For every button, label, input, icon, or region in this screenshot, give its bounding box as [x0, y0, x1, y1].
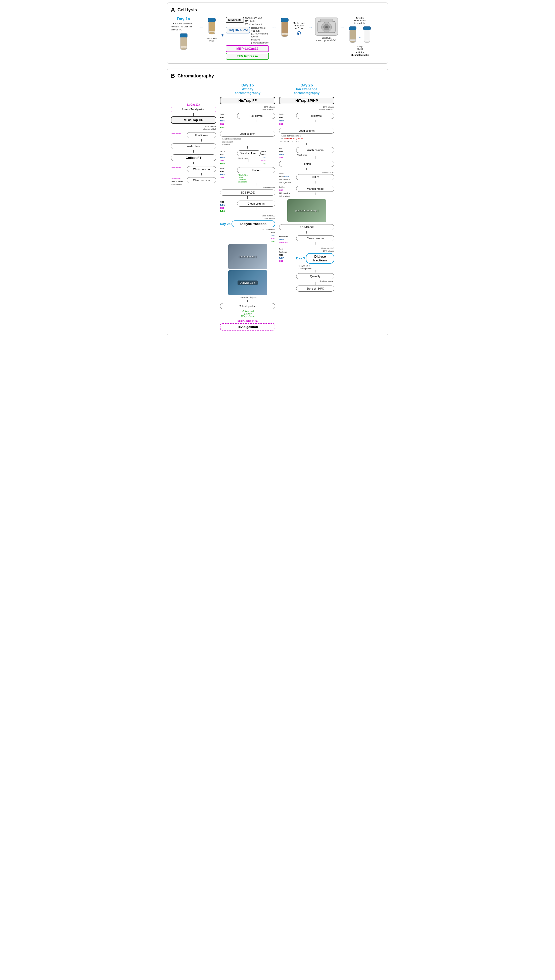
pool-fractions-label: Pool fractions: MB4 TaB5 CB5 TeB5 — [220, 228, 275, 243]
dialyse-pre-note: Ultra-pure H₂O20% ethanol — [220, 214, 275, 220]
day-2b-heading: Day 2b Ion Exchangechromatography — [279, 83, 334, 95]
day-3-label: Day 3 — [296, 257, 305, 260]
mbptrap-pre-note: 20% ethanolUltra-pure H₂O — [171, 125, 216, 130]
mix-text: Mix the tubemanuallyfor 3 min ↺ — [293, 22, 305, 37]
svg-rect-8 — [281, 18, 288, 22]
collect-fractions-1b: Collect factions — [220, 186, 275, 189]
day-1a-label: Day 1a — [177, 17, 190, 21]
elution-2b: Elution — [279, 161, 334, 167]
panel-b: B Chromatography LbCas12a Assess Tev dig… — [167, 69, 388, 335]
day1b-column: Day 1b Affinitychromatography HisTrap FF… — [220, 83, 275, 331]
tube-1 — [178, 32, 189, 53]
histrap-title: HisTrap FF — [220, 97, 275, 104]
equilibrate-1b: Equilibrate — [237, 113, 275, 119]
mbplbcas-label: MBP-LbCas12a — [220, 319, 275, 322]
dtube-label: D-Tube™ dialyzer — [220, 296, 275, 299]
svg-point-23 — [364, 41, 370, 43]
elute-tev-note: *Elute Tev:TeB4;250 mMimidazole — [237, 174, 275, 183]
svg-rect-2 — [180, 37, 187, 46]
lbcas-column: LbCas12a Assess Tev digestion MBPTrap HP… — [171, 83, 216, 187]
protein-tev: TEV Protease — [226, 53, 269, 59]
load-2b-note: - Load dialyzed protein or collected FT … — [279, 135, 334, 143]
down-arrow: ↓ — [359, 34, 361, 39]
tube-4 — [348, 26, 358, 44]
clean-buf-1b: MB1 TaB1 CB2 TeB2 — [220, 200, 236, 213]
svg-rect-19 — [350, 30, 356, 40]
fplc-box: FPLC — [296, 174, 334, 180]
dialyse-fractions-2: Dialyse fractions — [306, 253, 334, 264]
day2b-column: Day 2b Ion Exchangechromatography HiTrap… — [279, 83, 334, 293]
dialyse-fractions-1: Dialyse fractions — [231, 220, 275, 227]
collect-protein-center: Collect protein — [220, 303, 275, 309]
taq-notes: Heat (80°C/1h)TB1 buffer(20 mL/cell gram… — [251, 27, 269, 45]
equil-buf-1b: Buffer: MB1 TaB1 CB1 TeB2 — [220, 112, 236, 129]
curved-arrow: ↗ — [219, 32, 226, 40]
collect-ft-lbcas: Collect FT — [171, 154, 216, 161]
svg-rect-22 — [364, 30, 370, 42]
svg-rect-16 — [320, 19, 333, 22]
centrifuge-label: Centrifuge11000 x g/ 45 min/4°C — [316, 37, 337, 42]
tube-5 — [362, 26, 372, 44]
green-note-center: *Collect andquantifyTEV protease — [220, 310, 275, 318]
svg-rect-4 — [208, 18, 215, 22]
equilibrate-buf-cb6: CB6 buffer — [171, 132, 186, 135]
arrow-1: → — [199, 24, 204, 30]
wash-buf-2b: WB:MB4TaB5CB6 — [279, 146, 295, 159]
centrifuge-svg — [316, 18, 337, 35]
protein-mbp: MBP-LbCas12 — [226, 45, 269, 52]
transfer-text: Transfersupernatantto new tube — [354, 17, 366, 24]
panel-b-letter: B — [171, 73, 175, 79]
sds-page-1b: SDS-PAGE — [220, 189, 275, 196]
svg-rect-10 — [282, 22, 288, 33]
panel-a-letter: A — [171, 6, 175, 13]
fplc-buf: Buffer:MB5/TaB6100 mM-1 MNaCl gradient — [279, 171, 295, 184]
mix-arrow: ↺ — [297, 29, 302, 37]
panel-b-title: Chromatography — [178, 74, 214, 79]
clean-buf-2b: MB4/MB5TaB5CB8/CB6 — [279, 234, 295, 244]
svg-point-7 — [209, 32, 215, 34]
day-1b-heading: Day 1b Affinitychromatography — [220, 83, 275, 95]
svg-rect-6 — [209, 22, 215, 30]
dialyse-16h-label: Dialyse 16 h — [239, 281, 256, 284]
tube-3 — [279, 17, 290, 40]
panel-a: A Cell lysis Day 1a 2-3 freeze-thaw cycl… — [167, 3, 388, 64]
sds-page-2b: SDS-PAGE — [279, 224, 334, 230]
lbcas-label: LbCas12a — [171, 103, 216, 106]
centrifuge-block: Centrifuge11000 x g/ 45 min/4°C — [315, 17, 338, 42]
wash-buf-1b: WB1:MB2TaB2CB2TeB3 — [220, 149, 236, 165]
equil-buf-2b: Buffer:MB4TaB5CB6 — [279, 112, 295, 126]
arrow-3: → — [308, 24, 313, 30]
affinity-label: Affinitychromatography — [351, 51, 369, 56]
panel-a-title: Cell lysis — [178, 7, 197, 13]
dialyse-note-2b: - Dialyse 16 h- Collect protein — [296, 265, 334, 270]
load-1b: Load column — [220, 131, 275, 137]
pool-fractions-2b: Poolfractions:MB6TaB7CB9 — [279, 247, 295, 263]
clean-2b: Clean column — [296, 235, 334, 241]
wash-buf-1b-2: WB2:MB1TaB3CB3TeB3 — [261, 149, 275, 165]
hitrap-title: HiTrap SP/HP — [279, 97, 334, 104]
hitrap-pre-note: 20% ethanolUP Ultra-pure H₂O — [279, 106, 334, 111]
load-1b-note: - Load filtered clarified supernatant- C… — [220, 138, 275, 146]
protein-mmlv: M-MLV-RT — [226, 17, 244, 23]
manual-mode-box: Manual mode — [296, 186, 334, 192]
load-2b: Load column — [279, 128, 334, 134]
equilibrate-2b: Equilibrate — [296, 113, 334, 119]
keep-cold-text: Keepat 4°C — [357, 45, 363, 50]
clean-lbcas: Clean column — [187, 177, 216, 183]
clean-1b: Clean column — [237, 200, 275, 207]
protein-taq: Taq DNA Pol — [226, 27, 250, 34]
mmlv-notes: NaCl (to 370 mM)MB1 buffer(20 mL/cell gr… — [245, 17, 262, 26]
svg-point-20 — [350, 41, 355, 43]
svg-rect-21 — [364, 27, 371, 30]
quantify-box: Quantify — [296, 273, 334, 279]
add-lysate-text: Add to eachlysate — [206, 37, 217, 42]
wash-lbcas: Wash column — [187, 166, 216, 172]
tube-2 — [206, 17, 217, 37]
wash-2b: Wash column — [296, 147, 334, 153]
dialyse-pre-note-2b: Ultra-pure H₂O20% ethanol — [296, 247, 334, 252]
dialyzer-image-2: Dialyse 16 h — [228, 270, 267, 295]
svg-rect-17 — [349, 27, 356, 30]
wash-buf-cb7: CB7 buffer — [171, 165, 186, 169]
collect-fractions-2b: Collect factions — [296, 171, 334, 173]
svg-point-15 — [325, 26, 328, 29]
